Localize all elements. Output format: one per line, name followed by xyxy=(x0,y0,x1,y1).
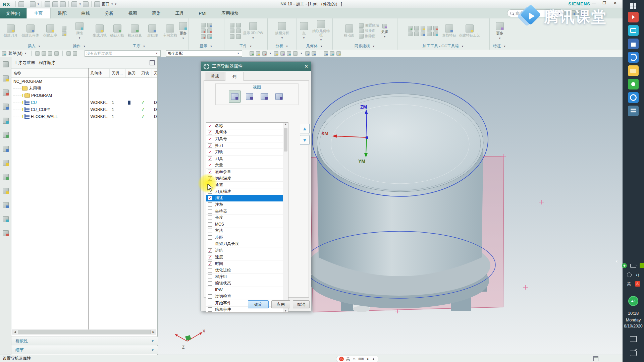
scope-combo[interactable]: 整个装配▾ xyxy=(166,50,242,57)
create-method-icon[interactable] xyxy=(62,31,66,36)
window-dropdown-icon[interactable]: ▾ xyxy=(111,2,113,6)
column-divider[interactable] xyxy=(89,68,89,330)
ribbon-tab[interactable]: 文件(F) xyxy=(0,8,26,18)
checkbox[interactable] xyxy=(208,143,212,148)
tab-columns[interactable]: 列 xyxy=(225,72,244,81)
select-filter-icon[interactable] xyxy=(42,51,46,56)
column-option-row[interactable]: 进给 xyxy=(206,247,288,254)
zoom-window-icon[interactable] xyxy=(324,51,328,56)
minimize-button[interactable]: — xyxy=(591,1,596,5)
scroll-up-icon[interactable]: ▲ xyxy=(284,123,287,126)
flag-icon[interactable] xyxy=(236,23,241,27)
checkbox[interactable] xyxy=(208,130,212,134)
ime-toolbar[interactable]: S 英 ☺ ⌨ ★ ▲ xyxy=(336,356,378,362)
templates-icon[interactable] xyxy=(3,230,9,236)
snap-quadrant-icon[interactable] xyxy=(287,51,291,56)
undock-icon[interactable] xyxy=(150,60,155,65)
gc-icon[interactable] xyxy=(427,26,432,31)
brush-dropdown-icon[interactable]: ▾ xyxy=(79,2,81,6)
column-option-row[interactable]: 速度 xyxy=(206,254,288,261)
file-explorer-icon[interactable] xyxy=(628,65,639,76)
verify-toolpath-button[interactable]: 确认刀轨 xyxy=(109,24,125,38)
column-option-row[interactable]: MCS xyxy=(206,221,288,228)
show-2d-ipw-icon[interactable] xyxy=(201,28,206,33)
flag-report-icon[interactable] xyxy=(433,26,438,31)
paste-icon[interactable] xyxy=(60,1,66,7)
pen-icon[interactable] xyxy=(83,1,89,7)
save-icon[interactable] xyxy=(18,1,24,7)
snap-existing-icon[interactable] xyxy=(293,51,298,56)
column-option-row[interactable]: 几何体 xyxy=(206,129,288,136)
checkbox[interactable] xyxy=(208,261,212,266)
create-tool-button[interactable]: 创建刀具 xyxy=(1,24,20,38)
web-browser-icon[interactable] xyxy=(3,146,9,152)
checkbox[interactable] xyxy=(208,281,212,286)
apply-button[interactable]: 应用 xyxy=(271,300,290,308)
column-option-row[interactable]: 刀具号 xyxy=(206,136,288,142)
green-app-icon[interactable] xyxy=(628,79,639,89)
roles-icon[interactable] xyxy=(3,202,9,208)
group-dropdown-icon[interactable]: ▾ xyxy=(250,45,252,48)
checkbox[interactable] xyxy=(208,216,212,220)
emoji-icon[interactable]: ☺ xyxy=(352,357,356,361)
column-option-row[interactable]: 余量 xyxy=(206,162,288,169)
part-navigator-icon[interactable] xyxy=(3,104,9,110)
checkbox[interactable] xyxy=(208,209,212,214)
tab-general[interactable]: 常规 xyxy=(206,72,224,80)
clipboard-icon[interactable] xyxy=(593,356,598,361)
sync-more-button[interactable]: 更多▾ xyxy=(381,24,388,38)
checkbox[interactable] xyxy=(208,248,212,253)
column-header[interactable]: 刀具... xyxy=(110,69,126,77)
column-option-row[interactable]: 程序组 xyxy=(206,274,288,281)
assembly-navigator-icon[interactable] xyxy=(3,75,9,81)
navigator-row[interactable]: ! CU WORKP... 1 D xyxy=(11,99,157,106)
select-scope-icon[interactable] xyxy=(66,51,71,56)
checkbox[interactable] xyxy=(208,124,212,128)
column-option-row[interactable]: 长度 xyxy=(206,215,288,221)
scroll-thumb[interactable] xyxy=(284,128,287,152)
column-header[interactable]: 名称 xyxy=(11,69,88,77)
point-target-icon[interactable] xyxy=(207,28,212,33)
spline-display-icon[interactable] xyxy=(207,34,212,39)
skin-icon[interactable]: ★ xyxy=(366,357,369,361)
point-button[interactable]: 点▾ xyxy=(298,22,310,40)
select-filter-icon[interactable] xyxy=(54,51,59,56)
create-feature-process-button[interactable]: 创建特征工艺 xyxy=(459,24,480,38)
machining-method-view-button[interactable] xyxy=(273,90,285,103)
move-column-up-button[interactable]: ▲ xyxy=(300,124,310,133)
qat-customize-icon[interactable]: ▾ xyxy=(115,2,116,6)
snap-endpoint-icon[interactable] xyxy=(256,51,260,56)
snap-center-icon[interactable] xyxy=(280,51,285,56)
column-option-row[interactable]: 夹持器 xyxy=(206,208,288,215)
checkbox[interactable] xyxy=(208,150,212,154)
network-tray-icon[interactable] xyxy=(627,273,632,277)
battery-percent-badge[interactable]: 43 xyxy=(628,296,638,306)
postprocess-button[interactable]: 后处理 xyxy=(144,24,161,38)
column-option-row[interactable]: 注释 xyxy=(206,201,288,208)
sogou-icon[interactable]: S xyxy=(339,357,344,361)
snap-midpoint-icon[interactable] xyxy=(262,51,267,56)
delete-face-button[interactable]: 删除面 xyxy=(359,34,379,39)
ribbon-tab[interactable]: 应用模块 xyxy=(214,8,246,18)
column-option-row[interactable]: 切削深度 xyxy=(206,175,288,182)
toolbox-icon[interactable]: ▲ xyxy=(372,357,375,361)
draft-analysis-button[interactable]: 拔模分析▾ xyxy=(270,22,294,40)
gc-icon[interactable] xyxy=(433,32,438,36)
group-dropdown-icon[interactable]: ▾ xyxy=(462,45,464,48)
column-option-row[interactable]: 步距 xyxy=(206,234,288,241)
constraint-navigator-icon[interactable] xyxy=(3,89,9,96)
group-dropdown-icon[interactable]: ▾ xyxy=(210,45,212,48)
window-menu[interactable]: 窗口 xyxy=(102,1,110,7)
find-feature-button[interactable]: 查找特征 xyxy=(440,24,458,38)
column-option-row[interactable]: 编辑状态 xyxy=(206,280,288,287)
column-header[interactable]: 刀轨 xyxy=(139,69,152,77)
checkbox[interactable] xyxy=(208,163,212,167)
move-face-button[interactable]: 移动面 xyxy=(341,24,357,38)
checkbox[interactable] xyxy=(208,235,212,240)
ribbon-tab[interactable]: PMI xyxy=(192,8,214,18)
copy-icon[interactable] xyxy=(52,1,58,7)
gc-icon[interactable] xyxy=(414,26,419,31)
group-dropdown-icon[interactable]: ▾ xyxy=(373,45,375,48)
select-scope-icon[interactable] xyxy=(73,51,77,56)
clock-time[interactable]: 10:18 xyxy=(628,311,639,316)
